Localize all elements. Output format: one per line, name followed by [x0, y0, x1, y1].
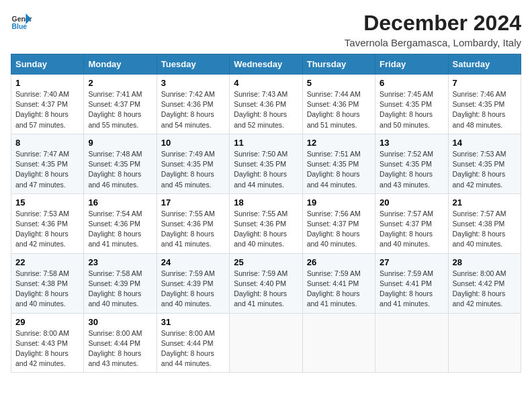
day-number: 17	[161, 197, 225, 208]
calendar-cell: 5 Sunrise: 7:44 AMSunset: 4:36 PMDayligh…	[302, 75, 375, 134]
calendar-cell: 3 Sunrise: 7:42 AMSunset: 4:36 PMDayligh…	[157, 75, 229, 134]
day-number: 19	[307, 197, 371, 208]
day-detail: Sunrise: 8:00 AMSunset: 4:42 PMDaylight:…	[453, 269, 506, 308]
calendar-cell: 21 Sunrise: 7:57 AMSunset: 4:38 PMDaylig…	[448, 193, 521, 253]
calendar-week-row: 29 Sunrise: 8:00 AMSunset: 4:43 PMDaylig…	[11, 313, 521, 373]
day-detail: Sunrise: 7:56 AMSunset: 4:37 PMDaylight:…	[307, 210, 361, 248]
month-year-title: December 2024	[345, 11, 521, 36]
day-detail: Sunrise: 8:00 AMSunset: 4:44 PMDaylight:…	[88, 329, 142, 368]
location-subtitle: Tavernola Bergamasca, Lombardy, Italy	[345, 37, 521, 48]
calendar-cell: 15 Sunrise: 7:53 AMSunset: 4:36 PMDaylig…	[11, 193, 84, 253]
day-detail: Sunrise: 7:43 AMSunset: 4:36 PMDaylight:…	[234, 90, 287, 129]
calendar-cell	[302, 313, 375, 373]
page-header: General Blue December 2024 Tavernola Ber…	[11, 11, 521, 48]
calendar-cell: 29 Sunrise: 8:00 AMSunset: 4:43 PMDaylig…	[11, 313, 84, 373]
calendar-cell: 19 Sunrise: 7:56 AMSunset: 4:37 PMDaylig…	[302, 193, 375, 253]
day-number: 1	[15, 78, 79, 88]
day-number: 16	[88, 197, 152, 208]
weekday-header-thursday: Thursday	[302, 54, 375, 75]
day-detail: Sunrise: 7:44 AMSunset: 4:36 PMDaylight:…	[307, 90, 361, 129]
title-block: December 2024 Tavernola Bergamasca, Lomb…	[345, 11, 521, 48]
day-number: 29	[15, 317, 79, 327]
day-detail: Sunrise: 7:50 AMSunset: 4:35 PMDaylight:…	[234, 150, 287, 189]
day-number: 14	[453, 138, 517, 148]
calendar-cell: 31 Sunrise: 8:00 AMSunset: 4:44 PMDaylig…	[157, 313, 229, 373]
weekday-header-sunday: Sunday	[11, 54, 84, 75]
calendar-body: 1 Sunrise: 7:40 AMSunset: 4:37 PMDayligh…	[11, 75, 521, 373]
day-number: 31	[161, 317, 225, 327]
calendar-cell: 1 Sunrise: 7:40 AMSunset: 4:37 PMDayligh…	[11, 75, 84, 134]
calendar-cell: 20 Sunrise: 7:57 AMSunset: 4:37 PMDaylig…	[375, 193, 448, 253]
calendar-cell: 8 Sunrise: 7:47 AMSunset: 4:35 PMDayligh…	[11, 134, 84, 193]
day-detail: Sunrise: 7:42 AMSunset: 4:36 PMDaylight:…	[161, 90, 215, 129]
day-detail: Sunrise: 7:58 AMSunset: 4:39 PMDaylight:…	[88, 269, 142, 308]
svg-text:Blue: Blue	[12, 23, 28, 30]
day-detail: Sunrise: 8:00 AMSunset: 4:43 PMDaylight:…	[15, 329, 69, 368]
calendar-cell: 11 Sunrise: 7:50 AMSunset: 4:35 PMDaylig…	[230, 134, 302, 193]
day-detail: Sunrise: 7:57 AMSunset: 4:37 PMDaylight:…	[380, 210, 433, 248]
calendar-cell: 25 Sunrise: 7:59 AMSunset: 4:40 PMDaylig…	[230, 253, 302, 313]
day-detail: Sunrise: 7:48 AMSunset: 4:35 PMDaylight:…	[88, 150, 142, 189]
weekday-header-friday: Friday	[375, 54, 448, 75]
calendar-cell: 9 Sunrise: 7:48 AMSunset: 4:35 PMDayligh…	[84, 134, 157, 193]
day-number: 15	[15, 197, 79, 208]
day-detail: Sunrise: 7:57 AMSunset: 4:38 PMDaylight:…	[453, 210, 506, 248]
day-number: 11	[234, 138, 298, 148]
day-detail: Sunrise: 7:59 AMSunset: 4:39 PMDaylight:…	[161, 269, 215, 308]
day-number: 23	[88, 257, 152, 267]
calendar-cell: 14 Sunrise: 7:53 AMSunset: 4:35 PMDaylig…	[448, 134, 521, 193]
day-number: 22	[15, 257, 79, 267]
calendar-cell: 6 Sunrise: 7:45 AMSunset: 4:35 PMDayligh…	[375, 75, 448, 134]
calendar-cell: 10 Sunrise: 7:49 AMSunset: 4:35 PMDaylig…	[157, 134, 229, 193]
weekday-header-wednesday: Wednesday	[230, 54, 302, 75]
calendar-cell: 30 Sunrise: 8:00 AMSunset: 4:44 PMDaylig…	[84, 313, 157, 373]
day-number: 20	[380, 197, 443, 208]
calendar-cell: 2 Sunrise: 7:41 AMSunset: 4:37 PMDayligh…	[84, 75, 157, 134]
calendar-cell: 13 Sunrise: 7:52 AMSunset: 4:35 PMDaylig…	[375, 134, 448, 193]
day-detail: Sunrise: 7:46 AMSunset: 4:35 PMDaylight:…	[453, 90, 506, 129]
day-detail: Sunrise: 7:54 AMSunset: 4:36 PMDaylight:…	[88, 210, 142, 248]
day-number: 13	[380, 138, 443, 148]
day-number: 7	[453, 78, 517, 88]
day-detail: Sunrise: 7:59 AMSunset: 4:41 PMDaylight:…	[380, 269, 433, 308]
day-detail: Sunrise: 7:40 AMSunset: 4:37 PMDaylight:…	[15, 90, 69, 129]
calendar-cell: 18 Sunrise: 7:55 AMSunset: 4:36 PMDaylig…	[230, 193, 302, 253]
day-number: 28	[453, 257, 517, 267]
weekday-header-tuesday: Tuesday	[157, 54, 229, 75]
day-number: 21	[453, 197, 517, 208]
day-number: 4	[234, 78, 298, 88]
calendar-week-row: 1 Sunrise: 7:40 AMSunset: 4:37 PMDayligh…	[11, 75, 521, 134]
day-detail: Sunrise: 7:51 AMSunset: 4:35 PMDaylight:…	[307, 150, 361, 189]
day-detail: Sunrise: 8:00 AMSunset: 4:44 PMDaylight:…	[161, 329, 215, 368]
day-detail: Sunrise: 7:47 AMSunset: 4:35 PMDaylight:…	[15, 150, 69, 189]
day-number: 3	[161, 78, 225, 88]
day-detail: Sunrise: 7:59 AMSunset: 4:41 PMDaylight:…	[307, 269, 361, 308]
logo: General Blue	[11, 11, 32, 32]
day-detail: Sunrise: 7:52 AMSunset: 4:35 PMDaylight:…	[380, 150, 433, 189]
calendar-cell: 26 Sunrise: 7:59 AMSunset: 4:41 PMDaylig…	[302, 253, 375, 313]
day-number: 5	[307, 78, 371, 88]
day-number: 18	[234, 197, 298, 208]
day-number: 25	[234, 257, 298, 267]
day-detail: Sunrise: 7:53 AMSunset: 4:35 PMDaylight:…	[453, 150, 506, 189]
calendar-cell: 24 Sunrise: 7:59 AMSunset: 4:39 PMDaylig…	[157, 253, 229, 313]
calendar-week-row: 15 Sunrise: 7:53 AMSunset: 4:36 PMDaylig…	[11, 193, 521, 253]
calendar-table: SundayMondayTuesdayWednesdayThursdayFrid…	[11, 54, 521, 373]
day-detail: Sunrise: 7:41 AMSunset: 4:37 PMDaylight:…	[88, 90, 142, 129]
day-number: 6	[380, 78, 443, 88]
weekday-header-monday: Monday	[84, 54, 157, 75]
day-number: 27	[380, 257, 443, 267]
calendar-cell: 4 Sunrise: 7:43 AMSunset: 4:36 PMDayligh…	[230, 75, 302, 134]
calendar-cell: 17 Sunrise: 7:55 AMSunset: 4:36 PMDaylig…	[157, 193, 229, 253]
calendar-cell: 12 Sunrise: 7:51 AMSunset: 4:35 PMDaylig…	[302, 134, 375, 193]
day-number: 2	[88, 78, 152, 88]
day-number: 10	[161, 138, 225, 148]
calendar-cell	[230, 313, 302, 373]
weekday-header-row: SundayMondayTuesdayWednesdayThursdayFrid…	[11, 54, 521, 75]
day-detail: Sunrise: 7:49 AMSunset: 4:35 PMDaylight:…	[161, 150, 215, 189]
day-number: 26	[307, 257, 371, 267]
weekday-header-saturday: Saturday	[448, 54, 521, 75]
calendar-cell: 27 Sunrise: 7:59 AMSunset: 4:41 PMDaylig…	[375, 253, 448, 313]
calendar-week-row: 22 Sunrise: 7:58 AMSunset: 4:38 PMDaylig…	[11, 253, 521, 313]
calendar-cell: 23 Sunrise: 7:58 AMSunset: 4:39 PMDaylig…	[84, 253, 157, 313]
